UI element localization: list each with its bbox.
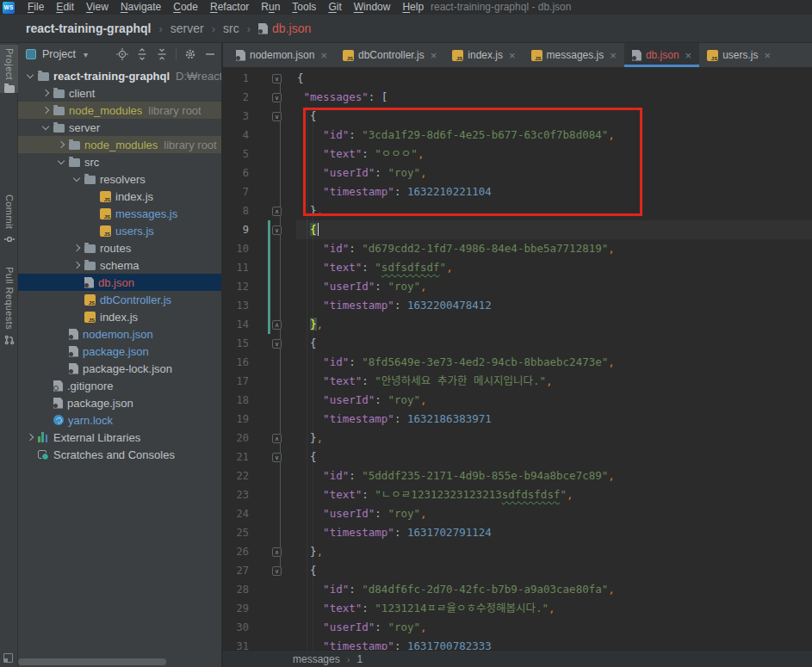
line-number[interactable]: 20 — [223, 432, 249, 444]
menu-item-refactor[interactable]: Refactor — [204, 0, 255, 15]
line-number[interactable]: 4 — [223, 129, 249, 141]
menu-item-help[interactable]: Help — [396, 0, 430, 15]
tree-chevron-icon[interactable] — [24, 430, 38, 444]
tree-item[interactable]: index.js — [18, 308, 221, 325]
code-line[interactable]: 21∨ { — [223, 448, 812, 466]
editor-tab-nodemon-json[interactable]: nodemon.json× — [228, 43, 335, 67]
tree-item[interactable]: .gitignore — [18, 377, 221, 394]
code-line[interactable]: 16 "id": "8fd5649e-3e73-4ed2-94cb-8bbaeb… — [223, 353, 812, 372]
code-line[interactable]: 19 "timestamp": 1632186383971 — [223, 410, 812, 429]
breadcrumb-item[interactable]: server — [170, 22, 204, 35]
fold-marker[interactable]: ∨ — [272, 453, 282, 462]
menu-item-file[interactable]: File — [22, 0, 50, 15]
tree-item[interactable]: yarn.lock — [18, 411, 221, 429]
line-number[interactable]: 25 — [223, 527, 249, 539]
fold-marker[interactable]: ∧ — [272, 434, 282, 443]
close-icon[interactable]: × — [765, 50, 772, 61]
code-line[interactable]: 13 "timestamp": 1632200478412 — [223, 296, 812, 315]
line-number[interactable]: 11 — [223, 262, 249, 274]
breadcrumb-file[interactable]: db.json — [272, 22, 311, 35]
tree-item[interactable]: package-lock.json — [18, 360, 221, 377]
line-number[interactable]: 16 — [223, 356, 249, 368]
line-number[interactable]: 18 — [223, 394, 249, 406]
tree-item[interactable]: users.js — [18, 222, 221, 239]
menu-item-window[interactable]: Window — [348, 0, 397, 15]
code-line[interactable]: 9∨ { — [223, 220, 812, 239]
tree-item[interactable]: resolvers — [18, 170, 221, 188]
tree-chevron-icon[interactable] — [40, 103, 53, 117]
line-number[interactable]: 3 — [223, 110, 249, 122]
tree-chevron-icon[interactable] — [71, 258, 84, 272]
line-number[interactable]: 5 — [223, 148, 249, 160]
line-number[interactable]: 13 — [223, 300, 249, 312]
line-number[interactable]: 14 — [223, 318, 249, 330]
code-line[interactable]: 30 "userId": "roy", — [223, 618, 812, 637]
code-line[interactable]: 31 "timestamp": 1631700782333 — [223, 637, 812, 650]
line-number[interactable]: 22 — [223, 470, 249, 482]
locate-file-icon[interactable] — [116, 48, 128, 60]
tree-item[interactable]: src — [18, 153, 221, 170]
line-number[interactable]: 26 — [223, 546, 249, 558]
code-line[interactable]: 26∧ }, — [223, 542, 812, 561]
code-line[interactable]: 22 "id": "5dddf235-2171-4d9b-855e-b94a8b… — [223, 466, 812, 485]
menu-item-edit[interactable]: Edit — [50, 0, 80, 15]
code-line[interactable]: 15∨ { — [223, 334, 812, 353]
close-icon[interactable]: × — [320, 50, 327, 61]
code-line[interactable]: 29 "text": "1231214ㅍㄹ율ㅇㅎ수정해봅시다.", — [223, 599, 812, 618]
tree-item[interactable]: node_moduleslibrary root — [18, 136, 221, 153]
tree-item[interactable]: routes — [18, 239, 221, 256]
close-icon[interactable]: × — [509, 50, 516, 61]
line-number[interactable]: 9 — [223, 224, 249, 236]
json-path-breadcrumb[interactable]: 1 — [356, 653, 363, 665]
line-number[interactable]: 1 — [223, 72, 249, 84]
editor-tab-messages-js[interactable]: messages.js× — [524, 43, 624, 67]
tree-item[interactable]: schema — [18, 256, 221, 274]
tree-chevron-icon[interactable] — [71, 172, 84, 186]
editor-tab-dbController-js[interactable]: dbController.js× — [335, 43, 444, 67]
line-number[interactable]: 2 — [223, 91, 249, 103]
line-number[interactable]: 8 — [223, 205, 249, 217]
tree-item[interactable]: package.json — [18, 394, 221, 411]
code-line[interactable]: 11 "text": "sdfsdfsdf", — [223, 258, 812, 277]
json-path-breadcrumb[interactable]: messages — [293, 653, 340, 665]
line-number[interactable]: 17 — [223, 375, 249, 387]
line-number[interactable]: 30 — [223, 621, 249, 633]
line-number[interactable]: 28 — [223, 584, 249, 596]
tree-chevron-icon[interactable] — [24, 69, 38, 83]
tree-chevron-icon[interactable] — [40, 120, 53, 134]
menu-item-run[interactable]: Run — [255, 0, 286, 15]
tree-item[interactable]: client — [18, 84, 221, 102]
code-line[interactable]: 25 "timestamp": 1631702791124 — [223, 523, 812, 542]
line-number[interactable]: 27 — [223, 565, 249, 577]
breadcrumb-item[interactable]: src — [223, 22, 239, 35]
fold-marker[interactable]: ∨ — [272, 93, 282, 102]
breadcrumb-item[interactable]: react-training-graphql — [26, 22, 151, 35]
fold-marker[interactable]: ∨ — [272, 112, 282, 121]
line-number[interactable]: 24 — [223, 508, 249, 520]
chevron-down-icon[interactable]: ▾ — [84, 50, 88, 59]
settings-gear-icon[interactable] — [184, 48, 196, 60]
stripe-button-pull-requests[interactable]: Pull Requests — [0, 263, 18, 345]
menu-item-code[interactable]: Code — [167, 0, 204, 15]
fold-marker[interactable]: ∧ — [272, 207, 282, 216]
code-line[interactable]: 28 "id": "d84df6fc-2d70-42fc-b7b9-a9a03c… — [223, 580, 812, 599]
line-number[interactable]: 23 — [223, 489, 249, 501]
code-line[interactable]: 27∨ { — [223, 561, 812, 580]
project-view-icon[interactable] — [26, 49, 36, 59]
close-icon[interactable]: × — [610, 50, 617, 61]
tree-item[interactable]: External Libraries — [18, 429, 221, 446]
toolwindow-toggle-icon[interactable] — [3, 653, 13, 663]
line-number[interactable]: 21 — [223, 451, 249, 463]
fold-marker[interactable]: ∨ — [272, 74, 282, 83]
line-number[interactable]: 7 — [223, 186, 249, 198]
fold-marker[interactable]: ∧ — [272, 320, 282, 330]
code-line[interactable]: 17 "text": "안녕하세요 추가한 메시지입니다.", — [223, 372, 812, 391]
close-icon[interactable]: × — [685, 50, 692, 61]
hide-panel-icon[interactable] — [204, 48, 216, 60]
fold-marker[interactable]: ∨ — [272, 339, 282, 349]
fold-marker[interactable]: ∧ — [272, 547, 282, 557]
collapse-all-icon[interactable] — [156, 48, 168, 60]
close-icon[interactable]: × — [431, 50, 437, 61]
code-line[interactable]: 10 "id": "d679cdd2-1fd7-4986-84e4-bbe5a7… — [223, 239, 812, 258]
tree-chevron-icon[interactable] — [71, 241, 84, 255]
